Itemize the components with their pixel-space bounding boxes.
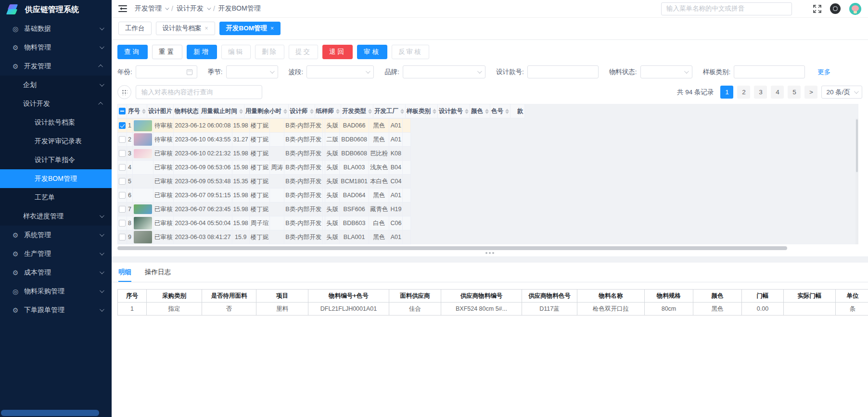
row-checkbox[interactable]: [119, 192, 126, 199]
table-search-input[interactable]: 输入对表格内容进行查询: [136, 85, 262, 99]
column-header-纸样师[interactable]: 纸样师: [315, 104, 341, 118]
sidebar-item-企划[interactable]: 企划: [0, 76, 112, 94]
panel-resize-handle[interactable]: [117, 250, 862, 256]
design-image[interactable]: [134, 231, 152, 243]
table-row[interactable]: 1待审核2023-06-12 06:00:0815.98楼丁妮B类-内部开发头版…: [118, 119, 411, 133]
sort-icon[interactable]: [283, 109, 287, 114]
column-header-开发工厂[interactable]: 开发工厂: [373, 104, 406, 118]
table-row[interactable]: 2待审核2023-06-10 06:43:5531.27楼丁妮B类-内部开发二版…: [118, 133, 411, 147]
tab-开发BOM管理[interactable]: 开发BOM管理×: [219, 22, 281, 35]
sidebar-item-工艺单[interactable]: 工艺单: [0, 188, 112, 207]
column-header-设计师[interactable]: 设计师: [289, 104, 315, 118]
sort-icon[interactable]: [368, 109, 372, 114]
sidebar-bottom-bar[interactable]: [1, 410, 99, 416]
sort-icon[interactable]: [400, 109, 404, 114]
sort-icon[interactable]: [505, 109, 509, 114]
detail-tab-操作日志[interactable]: 操作日志: [145, 268, 171, 282]
sidebar-item-开发评审记录表[interactable]: 开发评审记录表: [0, 132, 112, 151]
fullscreen-icon[interactable]: [813, 5, 821, 13]
filter-select[interactable]: [640, 65, 692, 78]
sidebar-item-设计下单指令[interactable]: 设计下单指令: [0, 151, 112, 169]
row-checkbox[interactable]: [119, 136, 126, 143]
page-button-2[interactable]: 2: [737, 86, 750, 99]
close-icon[interactable]: ×: [205, 25, 208, 31]
column-settings-button[interactable]: [117, 85, 131, 99]
table-row[interactable]: 3已审核2023-06-10 02:21:3215.98楼丁妮B类-内部开发头版…: [118, 147, 411, 161]
column-header-开发类型[interactable]: 开发类型: [341, 104, 373, 118]
filter-input[interactable]: [136, 65, 197, 78]
table-row[interactable]: 9已审核2023-06-03 08:41:2715.9楼丁妮B类-内部开发头版B…: [118, 230, 411, 244]
sort-icon[interactable]: [239, 109, 243, 114]
filter-input[interactable]: [527, 65, 599, 78]
tab-设计款号档案[interactable]: 设计款号档案×: [156, 22, 215, 35]
column-header-样板类别[interactable]: 样板类别: [406, 104, 438, 118]
column-header-色号[interactable]: 色号: [490, 104, 511, 118]
breadcrumb-item[interactable]: 设计开发: [177, 4, 204, 13]
breadcrumb-item[interactable]: 开发管理: [135, 4, 162, 13]
sidebar-item-开发BOM管理[interactable]: 开发BOM管理: [0, 169, 112, 188]
filter-input[interactable]: [734, 65, 805, 78]
chrome-icon[interactable]: [830, 3, 841, 14]
filter-select[interactable]: [226, 65, 278, 78]
退回-button[interactable]: 退回: [322, 45, 353, 59]
查询-button[interactable]: 查询: [117, 45, 148, 59]
page-button-3[interactable]: 3: [754, 86, 767, 99]
row-checkbox[interactable]: [119, 206, 126, 213]
table-row[interactable]: 6已审核2023-06-07 09:51:1515.98楼丁妮B类-内部开发头版…: [118, 189, 411, 202]
table-row[interactable]: 4已审核2023-06-09 06:53:0615.98楼丁妮周涛B类-内部开发…: [118, 161, 411, 175]
design-image[interactable]: [134, 149, 152, 158]
table-row[interactable]: 8已审核2023-06-04 05:50:0415.98周子瑄B类-内部开发头版…: [118, 216, 411, 230]
tab-工作台[interactable]: 工作台: [118, 22, 152, 35]
table-row[interactable]: 7已审核2023-06-07 06:23:4515.98楼丁妮B类-内部开发头版…: [118, 202, 411, 216]
row-checkbox[interactable]: [119, 164, 126, 171]
user-avatar[interactable]: [849, 3, 861, 15]
vertical-scrollbar[interactable]: [855, 118, 858, 244]
page-size-select[interactable]: 20 条/页: [821, 86, 862, 99]
filter-select[interactable]: [306, 65, 374, 78]
sort-icon[interactable]: [485, 109, 489, 114]
design-image[interactable]: [134, 204, 152, 214]
sidebar-item-设计开发[interactable]: 设计开发: [0, 94, 112, 113]
sidebar-item-设计款号档案[interactable]: 设计款号档案: [0, 113, 112, 132]
detail-tab-明细[interactable]: 明细: [118, 268, 131, 282]
table-row[interactable]: 5已审核2023-06-09 05:53:4815.35楼丁妮B类-内部开发头版…: [118, 175, 411, 189]
row-checkbox[interactable]: [119, 150, 126, 157]
page-button-4[interactable]: 4: [771, 86, 784, 99]
detail-row[interactable]: 1指定否里料DFL21FLJH0001A01佳合BXF524 80cm 5#..…: [118, 303, 868, 316]
sort-icon[interactable]: [310, 109, 314, 114]
sidebar-item-样衣进度管理[interactable]: 样衣进度管理: [0, 207, 112, 226]
sidebar-item-成本管理[interactable]: ⚙成本管理: [0, 263, 112, 282]
新增-button[interactable]: 新增: [187, 45, 217, 59]
column-header-用量截止时间[interactable]: 用量截止时间: [200, 104, 244, 118]
sidebar-item-生产管理[interactable]: ⚙生产管理: [0, 244, 112, 263]
sort-icon[interactable]: [433, 109, 436, 114]
filter-select[interactable]: [403, 65, 485, 78]
page-button-1[interactable]: 1: [720, 86, 733, 99]
column-header-用量剩余小时[interactable]: 用量剩余小时: [244, 104, 289, 118]
next-page-button[interactable]: >: [804, 86, 817, 99]
sort-icon[interactable]: [336, 109, 340, 114]
sidebar-item-系统管理[interactable]: ⚙系统管理: [0, 226, 112, 244]
sidebar-item-基础数据[interactable]: ◎基础数据: [0, 19, 112, 38]
column-header-序号[interactable]: 序号: [127, 104, 147, 118]
design-image[interactable]: [134, 133, 152, 146]
menu-search-input[interactable]: 输入菜单名称的中文或拼音: [661, 2, 792, 15]
close-icon[interactable]: ×: [270, 25, 274, 31]
more-filters-link[interactable]: 更多: [817, 68, 830, 76]
sidebar-item-开发管理[interactable]: ⚙开发管理: [0, 57, 112, 76]
重置-button[interactable]: 重置: [152, 45, 182, 59]
sidebar-item-物料管理[interactable]: ⚙物料管理: [0, 38, 112, 57]
menu-fold-icon[interactable]: [118, 5, 127, 12]
design-image[interactable]: [134, 120, 152, 131]
sort-icon[interactable]: [465, 109, 469, 114]
row-checkbox[interactable]: [119, 220, 126, 227]
sidebar-item-物料采购管理[interactable]: ◎物料采购管理: [0, 282, 112, 301]
row-checkbox[interactable]: [119, 122, 126, 129]
column-header-设计款号[interactable]: 设计款号: [438, 104, 470, 118]
审核-button[interactable]: 审核: [357, 45, 387, 59]
row-checkbox[interactable]: [119, 178, 126, 185]
horizontal-scrollbar[interactable]: [117, 246, 787, 250]
breadcrumb-item[interactable]: 开发BOM管理: [218, 4, 261, 13]
row-checkbox[interactable]: [119, 234, 126, 240]
page-button-5[interactable]: 5: [788, 86, 801, 99]
